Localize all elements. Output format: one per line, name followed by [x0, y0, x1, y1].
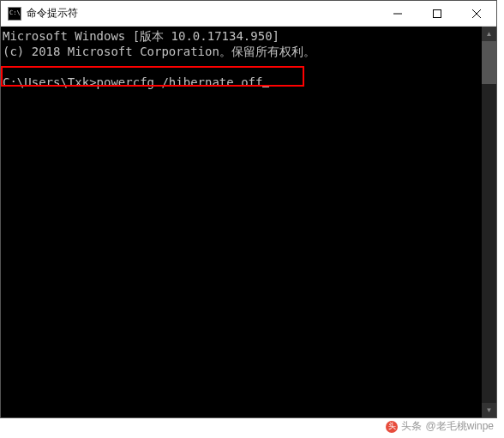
minimize-button[interactable]	[378, 1, 417, 26]
vertical-scrollbar[interactable]: ▲ ▼	[482, 27, 496, 417]
window-controls	[378, 1, 496, 26]
titlebar[interactable]: 命令提示符	[1, 1, 496, 27]
terminal-area: Microsoft Windows [版本 10.0.17134.950] (c…	[1, 27, 496, 417]
command-text: powercfg /hibernate off	[97, 75, 263, 89]
scroll-track[interactable]	[482, 41, 496, 403]
toutiao-icon: 头	[386, 421, 398, 433]
version-line: Microsoft Windows [版本 10.0.17134.950]	[3, 29, 279, 43]
scroll-down-button[interactable]: ▼	[482, 403, 496, 417]
copyright-line: (c) 2018 Microsoft Corporation。保留所有权利。	[3, 45, 315, 58]
maximize-button[interactable]	[417, 1, 457, 26]
scroll-thumb[interactable]	[482, 41, 496, 84]
text-cursor	[262, 86, 269, 87]
prompt-text: C:\Users\Txk>	[3, 75, 97, 89]
command-prompt-window: 命令提示符 Microsoft Windows [版本 10.0.17134.9…	[0, 0, 497, 418]
scroll-up-button[interactable]: ▲	[482, 27, 496, 41]
terminal-output[interactable]: Microsoft Windows [版本 10.0.17134.950] (c…	[1, 27, 482, 417]
window-title: 命令提示符	[27, 6, 378, 21]
watermark-prefix: 头条	[401, 419, 422, 434]
svg-rect-1	[434, 9, 441, 17]
watermark-handle: @老毛桃winpe	[425, 419, 494, 434]
cmd-icon	[8, 7, 21, 21]
close-button[interactable]	[457, 1, 496, 26]
watermark: 头 头条 @老毛桃winpe	[382, 418, 497, 435]
